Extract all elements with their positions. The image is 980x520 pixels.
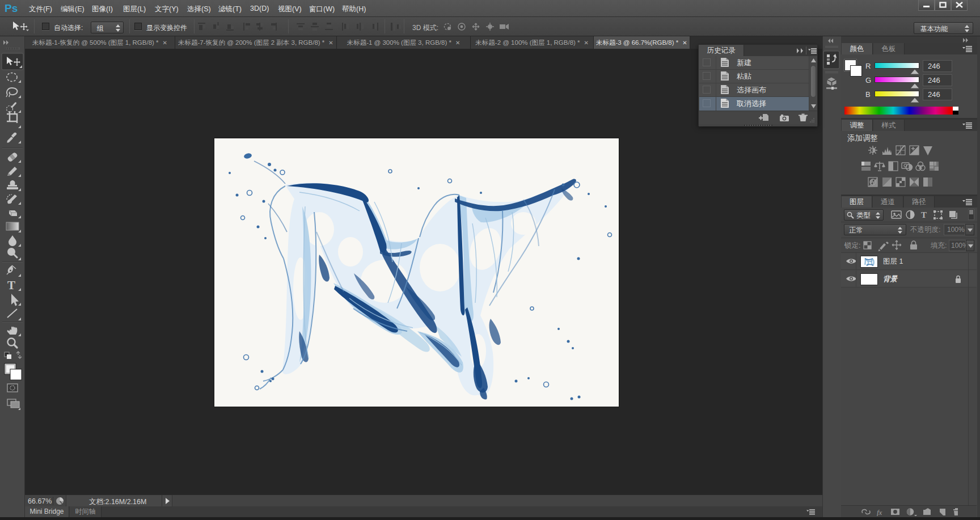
svg-text:fx: fx [877,508,882,517]
svg-text:T: T [921,210,927,219]
svg-text:T: T [7,278,15,292]
